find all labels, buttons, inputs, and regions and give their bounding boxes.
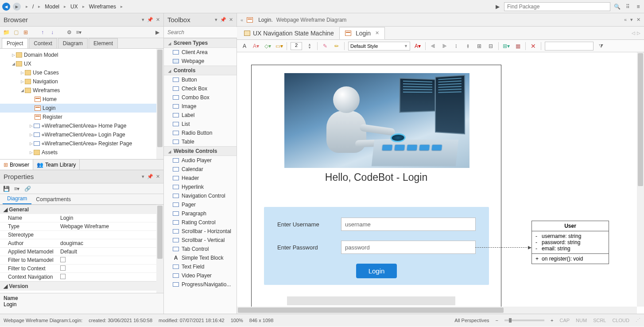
dropdown-icon[interactable]: ▾ (630, 17, 633, 23)
tool-audio[interactable]: Audio Player (164, 156, 237, 165)
tool-paragraph[interactable]: Paragraph (164, 209, 237, 218)
username-input[interactable]: username (341, 218, 476, 231)
tool-client-area[interactable]: Client Area (164, 48, 237, 57)
prop-group-version[interactable]: ◢ Version (0, 281, 163, 291)
distribute-h-icon[interactable]: ⊞ (475, 42, 483, 50)
nav-back-button[interactable]: ◄ (2, 2, 11, 11)
tree-item-register-page[interactable]: ▷ «WireframeClientArea» Register Page (0, 139, 163, 148)
tree-item-wireframes[interactable]: ◢ Wireframes (0, 86, 163, 95)
diagram-filter-input[interactable] (545, 42, 594, 51)
resize-grip-icon[interactable]: ⋰ (636, 317, 640, 323)
tool-webpage[interactable]: Webpage (164, 57, 237, 66)
diagram-canvas[interactable]: Hello, CodeBot - Login Enter Username us… (237, 52, 644, 314)
bottom-placeholder[interactable] (287, 296, 455, 305)
distribute-v-icon[interactable]: ⊟ (487, 42, 495, 50)
tool-list[interactable]: List (164, 120, 237, 128)
tool-textfield[interactable]: Text Field (164, 262, 237, 271)
highlight-icon[interactable]: A▾ (252, 42, 260, 50)
tab-element[interactable]: Element (89, 38, 118, 48)
move-up-icon[interactable]: ↑ (39, 29, 46, 36)
props-tab-compartments[interactable]: Compartments (31, 195, 75, 204)
tool-navctrl[interactable]: Navigation Control (164, 191, 237, 200)
breadcrumb-wireframes[interactable]: Wireframes (89, 4, 116, 10)
tree-item-assets[interactable]: ▷ Assets (0, 148, 163, 157)
search-icon[interactable]: 🔍 (613, 3, 621, 11)
tool-radio[interactable]: Radio Button (164, 128, 237, 137)
prop-row-filter-metamodel[interactable]: Filter to Metamodel (0, 256, 163, 265)
tool-scrollv[interactable]: Scrollbar - Vertical (164, 236, 237, 245)
link-icon[interactable]: 🔗 (24, 185, 31, 192)
zoom-in-icon[interactable]: + (551, 318, 553, 323)
line-color-icon[interactable]: ▭▾ (275, 42, 283, 50)
font-style-icon[interactable]: A▾ (414, 42, 422, 50)
tool-scrollh[interactable]: Scrollbar - Horizontal (164, 227, 237, 236)
tool-label[interactable]: Label (164, 111, 237, 120)
tool-progress[interactable]: Progress/Navigatio... (164, 280, 237, 289)
align-center-icon[interactable]: ⫸ (441, 42, 449, 50)
tree-item-login-diagram[interactable]: Login (0, 104, 163, 113)
prop-row-metamodel[interactable]: Applied MetamodelDefault (0, 248, 163, 256)
prop-row-context-nav[interactable]: Context Navigation (0, 273, 163, 281)
prop-row-filter-context[interactable]: Filter to Context (0, 265, 163, 273)
tab-next-icon[interactable]: ▷ (637, 31, 640, 35)
line-width-input[interactable]: 2 (291, 42, 302, 50)
tool-textblock[interactable]: ASimple Text Block (164, 253, 237, 262)
new-package-icon[interactable]: 📁 (3, 29, 10, 36)
tree-item-login-page[interactable]: ▷ «WireframeClientArea» Login Page (0, 130, 163, 139)
tool-tabctrl[interactable]: Tab Control (164, 245, 237, 253)
play-icon[interactable]: ▶ (154, 29, 161, 36)
collapse-all-icon[interactable]: « (624, 17, 627, 23)
tool-hyperlink[interactable]: Hyperlink (164, 183, 237, 191)
align-top-icon[interactable]: ⫶ (452, 42, 460, 50)
prop-row-name[interactable]: NameLogin (0, 214, 163, 222)
bottom-tab-browser[interactable]: ⊞ Browser (0, 160, 33, 170)
prop-row-author[interactable]: Authordougimac (0, 239, 163, 248)
dropdown-icon[interactable]: ▾ (142, 17, 144, 23)
close-icon[interactable]: ✕ (156, 174, 160, 179)
grid-icon[interactable]: ▦ (514, 42, 522, 50)
props-scrollbar[interactable] (156, 205, 163, 293)
tool-group-controls[interactable]: Controls (164, 66, 237, 75)
new-folder-icon[interactable]: ▢ (12, 29, 19, 36)
fill-color-icon[interactable]: ◇▾ (264, 42, 272, 50)
hamburger-icon[interactable]: ≡▾ (75, 29, 82, 36)
nav-forward-button[interactable]: ► (12, 2, 21, 11)
tree-item-ux[interactable]: ◢ UX (0, 59, 163, 68)
view-options-icon[interactable]: ⠿ (624, 3, 632, 11)
wireframe-page[interactable]: Hello, CodeBot - Login Enter Username us… (251, 65, 501, 313)
checkbox[interactable] (60, 274, 66, 279)
tab-prev-icon[interactable]: ◁ (632, 31, 635, 35)
play-icon[interactable]: ▶ (493, 3, 501, 11)
tool-pager[interactable]: Pager (164, 200, 237, 209)
find-package-input[interactable] (504, 2, 610, 11)
tool-group-screen-types[interactable]: Screen Types (164, 38, 237, 48)
pin-icon[interactable]: 📌 (220, 17, 226, 23)
tool-checkbox[interactable]: Check Box (164, 84, 237, 93)
pin-icon[interactable]: 📌 (147, 174, 153, 179)
checkbox[interactable] (60, 257, 66, 262)
tree-options-icon[interactable]: ⚙ (66, 29, 73, 36)
list-icon[interactable]: ≡▾ (13, 185, 20, 192)
breadcrumb-model[interactable]: Model (45, 4, 59, 10)
prop-row-type[interactable]: TypeWebpage Wireframe (0, 222, 163, 231)
canvas-scrollbar-vertical[interactable] (637, 52, 644, 307)
move-down-icon[interactable]: ↓ (49, 29, 56, 36)
tool-button[interactable]: Button (164, 75, 237, 84)
close-icon[interactable]: ✕ (229, 17, 233, 23)
checkbox[interactable] (60, 265, 66, 271)
font-color-icon[interactable]: A (241, 42, 248, 50)
save-icon[interactable]: 💾 (3, 185, 10, 192)
close-icon[interactable]: ✕ (636, 17, 640, 23)
tree-item-register-diagram[interactable]: Register (0, 113, 163, 121)
hero-image[interactable] (284, 73, 469, 168)
tool-combobox[interactable]: Combo Box (164, 93, 237, 102)
tool-calendar[interactable]: Calendar (164, 165, 237, 174)
tool-image[interactable]: Image (164, 102, 237, 111)
tool-video[interactable]: Video Player (164, 271, 237, 280)
breadcrumb-root[interactable]: / (32, 4, 34, 10)
user-class-element[interactable]: User -username: string -password: string… (531, 221, 609, 264)
prop-group-general[interactable]: ◢ General (0, 205, 163, 214)
delete-icon[interactable]: ✕ (529, 42, 537, 50)
doc-tab-state-machine[interactable]: UX Navigation State Machine (239, 27, 339, 39)
tree-item-home-page[interactable]: ▷ «WireframeClientArea» Home Page (0, 121, 163, 130)
